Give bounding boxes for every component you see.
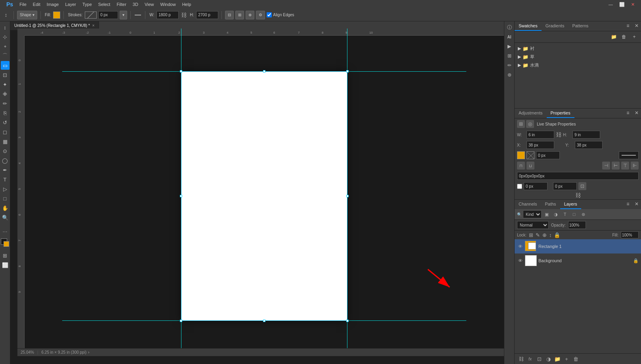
tab-layers[interactable]: Layers [560,200,581,209]
filter-shape[interactable]: □ [570,210,578,218]
fill-color-swatch[interactable] [53,11,60,19]
layers-new-btn[interactable]: + [563,355,570,363]
tool-brush[interactable]: ✏ [1,99,10,108]
prop-link-chain[interactable]: ⛓ [575,192,581,198]
filter-type[interactable]: T [561,210,569,218]
blend-mode-select[interactable]: Normal [517,221,549,229]
menubar-help[interactable]: Help [179,0,195,9]
menubar-filter[interactable]: Filter [113,0,129,9]
tab-patterns[interactable]: Patterns [568,21,592,31]
shape-selector[interactable]: Shape ▾ [17,11,37,19]
menubar-3d[interactable]: 3D [130,0,141,9]
stroke-swatch[interactable] [85,11,97,19]
properties-panel-close[interactable]: ✕ [632,109,641,117]
vert-icon-adjust[interactable]: ⊛ [505,71,514,79]
handle-br[interactable] [346,320,349,322]
layers-link-btn[interactable]: ⛓ [517,355,525,363]
canvas-viewport[interactable]: -4 -3 -2 -1 0 1 2 3 4 5 6 7 8 9 10 [17,29,504,356]
prop-align-center[interactable]: ⊢ [612,162,620,170]
tab-swatches[interactable]: Swatches [515,21,542,31]
tool-eraser[interactable]: ◻ [1,128,10,136]
prop-fill-swatch[interactable] [517,151,525,159]
tool-screen-mode[interactable]: ⬜ [1,261,10,269]
layer-row-rectangle1[interactable]: 👁 Rectangle 1 [515,239,641,253]
menubar-edit[interactable]: Edit [30,0,44,9]
layers-mask-btn[interactable]: ⊡ [535,355,543,363]
stroke-width-input[interactable] [98,11,118,19]
canvas-white[interactable] [181,71,347,321]
path-align-btn[interactable]: ⊟ [225,11,234,19]
prop-line-style[interactable] [619,151,639,159]
tool-select[interactable]: ⌖ [1,42,10,51]
layer-vis-rect1[interactable]: 👁 [517,244,523,249]
prop-corner-style-1[interactable]: ⊓ [517,162,525,170]
vert-icon-layers2[interactable]: ⊞ [505,51,514,60]
width-input[interactable] [156,11,179,19]
menubar-select[interactable]: Select [95,0,114,9]
vert-icon-play[interactable]: ▶ [505,42,514,51]
stroke-dropdown[interactable]: ▾ [120,11,127,19]
menubar-ps[interactable]: Ps [3,0,16,9]
handle-tl[interactable] [180,70,182,72]
tool-shape[interactable]: ▭ [1,61,10,70]
prop-align-left[interactable]: ⊣ [602,162,610,170]
handle-bc[interactable] [263,320,265,322]
opacity-input[interactable] [568,221,586,229]
handle-ml[interactable] [180,195,182,197]
restore-btn[interactable]: ⬜ [616,0,628,9]
lock-position-icon[interactable]: ✎ [536,232,540,238]
layer-row-background[interactable]: 👁 Background 🔒 [515,253,641,268]
vert-icon-ai[interactable]: AI [505,32,514,41]
handle-tr[interactable] [346,70,349,72]
filter-pixel[interactable]: ▣ [543,210,551,218]
tab-close-btn[interactable]: × [92,23,95,28]
prop-y-input[interactable] [575,141,603,149]
prop-icon-link[interactable]: ⊞ [517,120,525,128]
canvas-content[interactable] [25,36,504,356]
minimize-btn[interactable]: — [605,0,616,9]
prop-h-input[interactable] [572,131,600,139]
layers-panel-close[interactable]: ✕ [632,200,641,208]
layers-group-btn[interactable]: 📁 [553,355,561,363]
tab-gradients[interactable]: Gradients [542,21,569,31]
menubar-image[interactable]: Image [44,0,62,9]
prop-stroke-width-input[interactable] [536,151,560,159]
align-edges-label[interactable]: Align Edges [267,12,294,17]
tool-blur[interactable]: ⊙ [1,147,10,155]
close-btn[interactable]: ✕ [628,0,638,9]
tool-type[interactable]: T [1,175,10,184]
prop-corner-radius-input[interactable] [517,172,639,180]
move-tool[interactable]: ↕ [2,11,10,19]
tool-gradient[interactable]: ▦ [1,137,10,146]
prop-align-h[interactable]: ⊤ [621,162,629,170]
prop-corner-checkbox[interactable] [517,184,522,189]
layers-adj-btn[interactable]: ◑ [544,355,552,363]
tool-clone[interactable]: ⎘ [1,109,10,117]
lock-full-icon[interactable]: 🔒 [554,232,560,238]
tool-crop[interactable]: ⊡ [1,71,10,79]
tool-move[interactable]: ↕ [1,23,10,32]
menubar-view[interactable]: View [141,0,157,9]
prop-x-input[interactable] [527,141,554,149]
layer-vis-bg[interactable]: 👁 [517,258,523,263]
layers-panel-menu[interactable]: ≡ [624,200,632,208]
handle-bl[interactable] [180,320,182,322]
tool-path-select[interactable]: ▷ [1,185,10,193]
menubar-file[interactable]: File [16,0,30,9]
menubar-layer[interactable]: Layer [62,0,79,9]
handle-mr[interactable] [346,195,349,197]
tab-properties[interactable]: Properties [547,109,574,118]
fg-bg-colors[interactable] [1,238,10,248]
filter-smart[interactable]: ⊛ [579,210,587,218]
lock-all-icon[interactable]: ↕ [549,232,552,238]
prop-icon-shape[interactable]: ◎ [526,120,534,128]
tool-heal[interactable]: ✙ [1,90,10,98]
tool-pen[interactable]: ✒ [1,166,10,174]
layers-fx-btn[interactable]: fx [526,355,534,363]
tab-adjustments[interactable]: Adjustments [515,109,547,118]
lock-artboard-icon[interactable]: ⊕ [542,232,547,238]
path-arrange-btn[interactable]: ⊞ [235,11,244,19]
height-input[interactable] [196,11,218,19]
tool-dodge[interactable]: ◯ [1,156,10,165]
kind-select[interactable]: Kind [523,210,542,218]
